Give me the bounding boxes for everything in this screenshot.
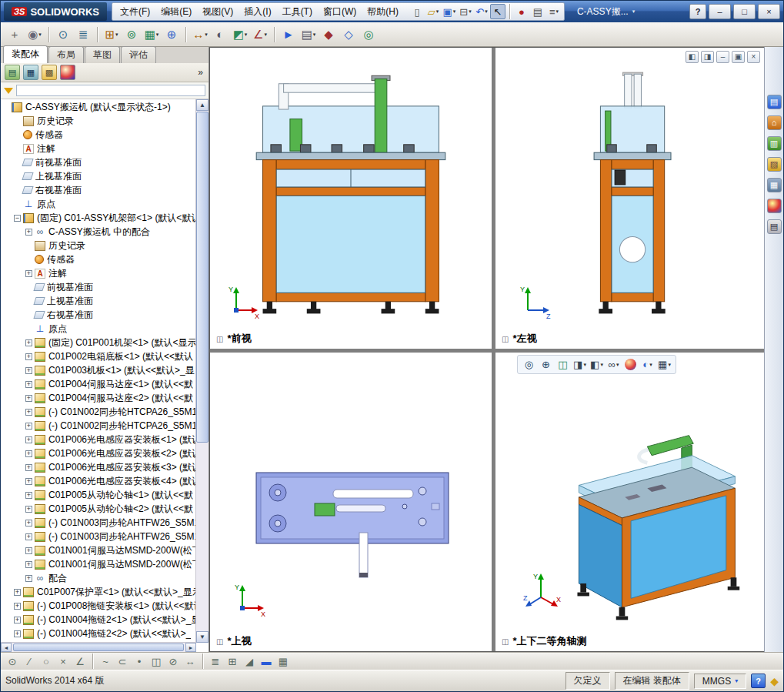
circle-tool-icon[interactable]: ○ <box>38 654 54 669</box>
configuration-manager-icon[interactable]: ▩ <box>42 65 57 80</box>
design-table-icon[interactable]: ▦ <box>275 654 291 669</box>
offset-entities-icon[interactable]: ⊘ <box>165 654 181 669</box>
tree-item[interactable]: +C01N001伺服马达MSMD-200W(松下)< <box>1 557 196 571</box>
tree-expander-icon[interactable]: − <box>14 215 21 222</box>
tree-expander-icon[interactable]: + <box>25 395 32 402</box>
filter-input[interactable] <box>16 85 205 96</box>
hide-show-items-icon[interactable]: ∞▾ <box>606 357 621 372</box>
move-component-icon[interactable]: ↔▾ <box>191 25 209 44</box>
viewport-front[interactable]: Y X ◫ *前视 <box>210 48 492 349</box>
help-button[interactable]: ? <box>689 4 706 19</box>
tree-expander-icon[interactable]: + <box>14 617 21 623</box>
viewport-left[interactable]: ◧◨–▣× <box>495 48 765 349</box>
new-motion-study-icon[interactable]: ► <box>279 25 298 44</box>
print-icon[interactable]: ⊟▾ <box>458 4 473 19</box>
viewport-split-icon[interactable]: ◨ <box>701 51 714 63</box>
scroll-thumb[interactable] <box>13 644 184 651</box>
grid-snap-icon[interactable]: ⊞ <box>225 654 240 669</box>
show-hidden-components-icon[interactable]: ◐ <box>211 25 229 44</box>
equal-spacing-icon[interactable]: ≣ <box>208 654 223 669</box>
rebuild-icon[interactable]: ● <box>514 4 529 19</box>
help-icon[interactable]: ? <box>751 674 766 688</box>
line-tool-icon[interactable]: ∕ <box>22 654 37 669</box>
edit-appearance-icon[interactable] <box>625 359 636 370</box>
tree-item[interactable]: 右视基准面 <box>1 308 196 322</box>
tree-expander-icon[interactable]: + <box>25 436 32 443</box>
commandmanager-tab[interactable]: 布局 <box>48 46 84 63</box>
tree-item[interactable]: +(-) C01P008拖链安装板<1> (默认<<默认 <box>1 599 196 613</box>
view-settings-icon[interactable]: ▦▾ <box>657 357 672 372</box>
tree-item[interactable]: +C01P006光电感应器安装板<2> (默认 <box>1 446 196 460</box>
tree-item[interactable]: +C01P007保护罩<1> (默认<<默认>_显示 <box>1 585 196 599</box>
tree-item[interactable]: +(固定) C01P001机架<1> (默认<显示 <box>1 336 196 349</box>
menu-item[interactable]: 插入(I) <box>239 5 276 18</box>
tree-expander-icon[interactable]: + <box>25 339 32 346</box>
display-style-icon[interactable]: ◧▾ <box>589 357 604 372</box>
commandmanager-tab[interactable]: 评估 <box>121 46 156 63</box>
tree-item[interactable]: 历史记录 <box>1 239 196 252</box>
menu-item[interactable]: 编辑(E) <box>155 5 197 18</box>
tree-item[interactable]: +C01P002电箱底板<1> (默认<<默认 <box>1 349 196 363</box>
commandmanager-tab[interactable]: 草图 <box>85 46 120 63</box>
design-library-icon[interactable]: ▥ <box>767 136 782 151</box>
tree-item[interactable]: ⊥原点 <box>1 322 196 336</box>
open-document-icon[interactable]: ▱▾ <box>425 4 441 19</box>
tree-item[interactable]: +(-) C01N004拖链2<2> (默认<<默认>_ <box>1 627 196 640</box>
viewport-close-icon[interactable]: × <box>747 51 760 63</box>
feature-stack-icon[interactable]: ≣ <box>74 25 92 44</box>
trim-entities-icon[interactable]: × <box>55 654 71 669</box>
menu-item[interactable]: 工具(T) <box>277 5 318 18</box>
tree-expander-icon[interactable]: + <box>25 575 32 582</box>
tree-vertical-scrollbar[interactable]: ▲ ▼ <box>195 99 209 643</box>
tree-item[interactable]: 上视基准面 <box>1 294 196 308</box>
save-document-icon[interactable]: ▣▾ <box>442 4 457 19</box>
reference-geometry-icon[interactable]: ∠▾ <box>251 25 269 44</box>
bill-of-materials-icon[interactable]: ▤▾ <box>299 25 318 44</box>
options-icon[interactable]: ≡▾ <box>546 4 562 19</box>
menu-item[interactable]: 文件(F) <box>115 5 155 18</box>
tree-expander-icon[interactable]: + <box>25 450 32 457</box>
exploded-view-icon[interactable]: ◆ <box>319 25 338 44</box>
assembly-features-icon[interactable]: ◩▾ <box>231 25 249 44</box>
instant3d-icon[interactable]: ◇ <box>339 25 358 44</box>
spline-tool-icon[interactable]: ~ <box>98 654 113 669</box>
tree-expander-icon[interactable]: + <box>25 423 32 430</box>
options-gear-icon[interactable]: ◉▾ <box>25 25 44 44</box>
tree-item[interactable]: 上视基准面 <box>1 169 196 183</box>
tree-item[interactable]: +C01P006光电感应器安装板<3> (默认 <box>1 460 196 474</box>
viewport-restore-icon[interactable]: ▣ <box>732 51 745 63</box>
arc-tool-icon[interactable]: ⊂ <box>115 654 130 669</box>
tree-item[interactable]: +(-) C01N004拖链2<1> (默认<<默认>_显 <box>1 613 196 627</box>
units-selector[interactable]: MMGS ▾ <box>694 674 746 689</box>
tree-item[interactable]: 右视基准面 <box>1 183 196 197</box>
tree-item[interactable]: 历史记录 <box>1 114 196 128</box>
apply-scene-icon[interactable]: ◐▾ <box>640 357 655 372</box>
tree-item[interactable]: +A注解 <box>1 266 196 280</box>
tree-item[interactable]: 传感器 <box>1 128 196 142</box>
view-orientation-icon[interactable]: ◨▾ <box>572 357 587 372</box>
new-document-icon[interactable]: ▯ <box>409 4 425 19</box>
tree-item[interactable]: 前视基准面 <box>1 280 196 294</box>
tree-expander-icon[interactable]: + <box>14 630 21 637</box>
zoom-to-fit-icon[interactable]: ◎ <box>522 357 536 372</box>
commandmanager-tab[interactable]: 装配体 <box>3 45 48 63</box>
menu-item[interactable]: 窗口(W) <box>318 5 362 18</box>
chamfer-45-icon[interactable]: ◢ <box>242 654 257 669</box>
mirror-entities-icon[interactable]: ◫ <box>148 654 164 669</box>
tree-item[interactable]: +∞C-ASSY搬运机 中的配合 <box>1 225 196 239</box>
tree-item[interactable]: ⊥原点 <box>1 197 196 211</box>
filter-funnel-icon[interactable] <box>4 88 13 94</box>
viewport-minimize-icon[interactable]: – <box>716 51 729 63</box>
tree-expander-icon[interactable]: + <box>14 589 21 596</box>
tree-item[interactable]: +(-) C01N003同步轮AHTFW26_S5M150_ <box>1 530 196 543</box>
tree-expander-icon[interactable]: + <box>25 353 32 360</box>
scroll-right-icon[interactable]: ► <box>185 643 196 652</box>
tree-item[interactable]: 前视基准面 <box>1 155 196 169</box>
menu-item[interactable]: 视图(V) <box>197 5 239 18</box>
insert-component-icon[interactable]: ⊞▾ <box>102 25 121 44</box>
solidworks-resources-icon[interactable]: ▤ <box>767 95 782 109</box>
scroll-down-icon[interactable]: ▼ <box>196 631 209 643</box>
close-button[interactable]: × <box>758 4 780 19</box>
viewport-top[interactable]: Y X ◫ *上视 <box>210 353 492 651</box>
tree-expander-icon[interactable]: + <box>25 270 32 277</box>
